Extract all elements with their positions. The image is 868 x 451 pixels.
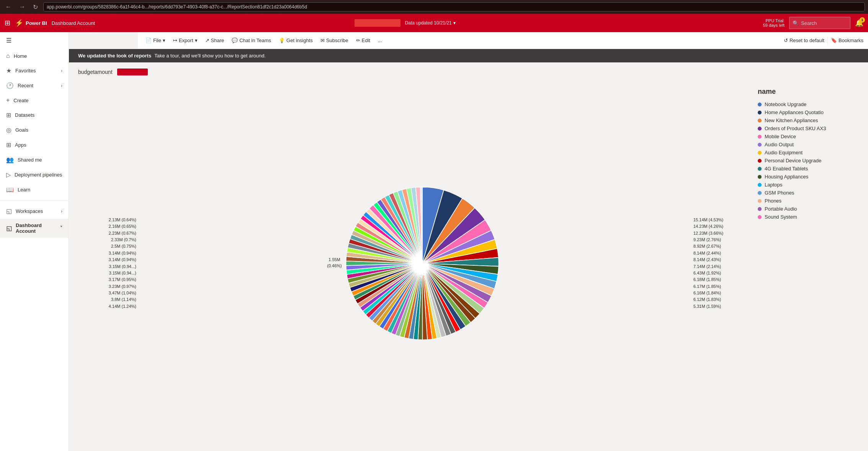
right-label: 5.31M (1.59%) — [693, 304, 752, 309]
sidebar-item-label: Datasets — [15, 112, 34, 118]
get-insights-button[interactable]: 💡 Get insights — [276, 36, 316, 45]
chevron-right-icon: › — [61, 68, 62, 74]
sidebar-item-create[interactable]: + Create — [0, 93, 69, 108]
share-icon: ↗ — [205, 38, 209, 43]
sidebar-item-label: Create — [13, 98, 28, 103]
export-icon: ↦ — [173, 38, 177, 43]
legend-dot — [758, 183, 762, 187]
toolbar-divider — [827, 37, 828, 44]
app-layout: ☰ ⌂ Home ★ Favorites › 🕐 Recent › + Crea… — [0, 32, 868, 451]
powerbi-text: Power BI — [26, 20, 47, 26]
legend-item[interactable]: 4G Enabled Tablets — [758, 165, 853, 173]
search-box[interactable]: 🔍 Search — [789, 17, 850, 29]
hamburger-menu[interactable]: ☰ — [0, 32, 69, 49]
chevron-right-icon: › — [61, 83, 62, 88]
left-label: 4.14M (1.24%) — [78, 304, 136, 309]
legend-dot — [758, 199, 762, 203]
subscribe-button[interactable]: ✉ Subscribe — [317, 36, 351, 45]
sidebar-item-favorites[interactable]: ★ Favorites › — [0, 63, 69, 78]
legend-item-label: Mobile Device — [765, 134, 796, 139]
legend-dot — [758, 103, 762, 106]
chevron-down-icon: ˅ — [60, 226, 62, 231]
sidebar-item-label: Apps — [15, 142, 26, 148]
legend-item[interactable]: Orders of Product SKU AX3 — [758, 124, 853, 132]
chart-area: budgetamount 2.13M (0.64%) 2.16M (0.65%)… — [69, 62, 868, 451]
chart-body: 2.13M (0.64%) 2.16M (0.65%) 2.23M (0.67%… — [78, 82, 859, 445]
left-label: 3.15M (0.94...) — [78, 264, 136, 270]
share-button[interactable]: ↗ Share — [202, 36, 227, 45]
right-label: 7.14M (2.14%) — [693, 264, 752, 270]
topbar: ⊞ ⚡ Power BI Dashboard Account Data upda… — [0, 14, 868, 32]
more-button[interactable]: ... — [375, 36, 385, 45]
sidebar-item-dashboard-account[interactable]: ◱ Dashboard Account ˅ — [0, 219, 69, 238]
refresh-button[interactable]: ↻ — [31, 3, 40, 11]
legend-item-label: Home Appliances Quotatio — [765, 109, 824, 115]
legend-dot — [758, 215, 762, 219]
sidebar-item-datasets[interactable]: ⊞ Datasets — [0, 108, 69, 123]
edit-button[interactable]: ✏ Edit — [353, 36, 373, 45]
sidebar-item-deployment[interactable]: ▷ Deployment pipelines — [0, 167, 69, 182]
sidebar-item-label: Dashboard Account — [16, 222, 56, 234]
sidebar-item-recent[interactable]: 🕐 Recent › — [0, 78, 69, 93]
legend-item[interactable]: Audio Output — [758, 141, 853, 149]
legend-item-label: 4G Enabled Tablets — [765, 166, 808, 172]
file-icon: 📄 — [145, 38, 152, 43]
sidebar-item-home[interactable]: ⌂ Home — [0, 49, 69, 63]
legend-item[interactable]: New Kitchen Appliances — [758, 116, 853, 124]
left-label: 2.16M (0.65%) — [78, 224, 136, 229]
chart-left-labels: 2.13M (0.64%) 2.16M (0.65%) 2.23M (0.67%… — [78, 82, 139, 445]
banner-title: We updated the look of reports — [78, 53, 151, 59]
sidebar-item-learn[interactable]: 📖 Learn — [0, 182, 69, 197]
right-label: 6.18M (1.85%) — [693, 277, 752, 283]
chart-title: budgetamount — [78, 69, 113, 75]
legend-dot — [758, 207, 762, 211]
export-menu[interactable]: ↦ Export ▾ — [170, 36, 201, 45]
home-icon: ⌂ — [6, 52, 10, 59]
legend-dot — [758, 175, 762, 179]
legend-item[interactable]: Personal Device Upgrade — [758, 157, 853, 165]
sidebar-item-workspaces[interactable]: ◱ Workspaces › — [0, 204, 69, 219]
url-bar[interactable]: app.powerbi.com/groups/5828386c-6a1f-46c… — [43, 2, 865, 11]
learn-icon: 📖 — [6, 186, 14, 193]
grid-icon[interactable]: ⊞ — [5, 19, 10, 27]
sidebar-item-goals[interactable]: ◎ Goals — [0, 123, 69, 137]
chart-legend: name Notebook UpgradeHome Appliances Quo… — [752, 82, 859, 445]
legend-item[interactable]: Sound System — [758, 213, 853, 221]
reset-icon: ↺ — [784, 38, 788, 43]
reset-to-default-button[interactable]: ↺ Reset to default — [784, 38, 824, 43]
file-menu[interactable]: 📄 File ▾ — [142, 36, 168, 45]
legend-item[interactable]: Laptops — [758, 181, 853, 189]
bookmarks-icon: 🔖 — [831, 38, 837, 43]
chat-in-teams-button[interactable]: 💬 Chat in Teams — [229, 36, 274, 45]
legend-item[interactable]: Mobile Device — [758, 132, 853, 141]
chevron-right-icon: › — [61, 209, 62, 214]
legend-item-label: Phones — [765, 198, 781, 204]
bookmarks-button[interactable]: 🔖 Bookmarks — [831, 38, 863, 43]
legend-dot — [758, 119, 762, 123]
legend-item[interactable]: GSM Phones — [758, 189, 853, 197]
dashboard-icon: ◱ — [6, 225, 12, 232]
sidebar-item-label: Workspaces — [16, 208, 43, 214]
chart-right-labels: 15.14M (4.53%) 14.23M (4.26%) 12.23M (3.… — [690, 82, 752, 445]
legend-item[interactable]: Notebook Upgrade — [758, 100, 853, 108]
favorites-icon: ★ — [6, 67, 11, 74]
right-label: 15.14M (4.53%) — [693, 217, 752, 223]
sidebar-item-apps[interactable]: ⊞ Apps — [0, 137, 69, 152]
sidebar-item-shared[interactable]: 👥 Shared me — [0, 152, 69, 167]
legend-item[interactable]: Portable Audio — [758, 205, 853, 213]
notification-bell[interactable]: 🔔 1 — [855, 19, 863, 27]
legend-item[interactable]: Phones — [758, 197, 853, 205]
insights-icon: 💡 — [279, 38, 285, 43]
legend-title: name — [758, 88, 853, 96]
left-label: 3.8M (1.14%) — [78, 297, 136, 302]
right-label: 8.14M (2.44%) — [693, 250, 752, 256]
left-label: 3.23M (0.97%) — [78, 284, 136, 289]
legend-item[interactable]: Housing Appliances — [758, 173, 853, 181]
legend-item[interactable]: Home Appliances Quotatio — [758, 108, 853, 116]
legend-item[interactable]: Audio Equipment — [758, 149, 853, 157]
legend-dot — [758, 191, 762, 195]
forward-button[interactable]: → — [17, 3, 28, 11]
legend-item-label: Personal Device Upgrade — [765, 158, 821, 163]
back-button[interactable]: ← — [3, 3, 14, 11]
right-label: 6.43M (1.92%) — [693, 270, 752, 276]
